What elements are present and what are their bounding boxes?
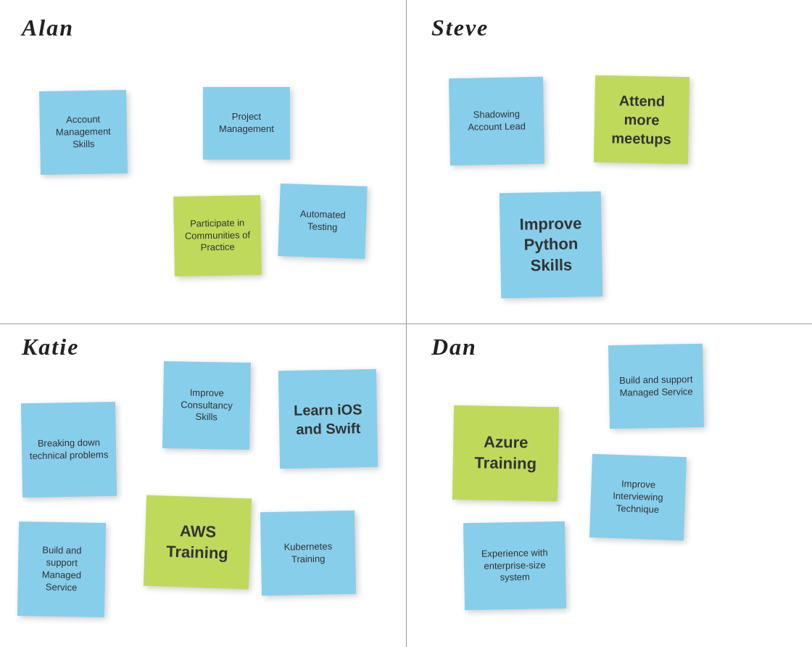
note-account-management[interactable]: Account Management Skills bbox=[39, 90, 128, 175]
note-project-management[interactable]: Project Management bbox=[203, 87, 290, 160]
note-improve-consultancy[interactable]: Improve Consultancy Skills bbox=[162, 361, 251, 450]
note-azure-training[interactable]: Azure Training bbox=[452, 405, 559, 502]
note-improve-interviewing[interactable]: Improve Interviewing Technique bbox=[589, 454, 687, 540]
note-kubernetes-training[interactable]: Kubernetes Training bbox=[260, 511, 356, 596]
steve-label: Steve bbox=[431, 15, 489, 41]
note-aws-training[interactable]: AWS Training bbox=[144, 495, 252, 590]
dan-label: Dan bbox=[431, 334, 477, 360]
note-automated-testing[interactable]: Automated Testing bbox=[278, 184, 367, 259]
note-build-managed-katie[interactable]: Build and support Managed Service bbox=[17, 522, 106, 617]
note-shadowing-account-lead[interactable]: Shadowing Account Lead bbox=[449, 77, 544, 165]
note-breaking-down[interactable]: Breaking down technical problems bbox=[21, 402, 117, 498]
katie-label: Katie bbox=[22, 334, 79, 360]
note-build-managed-dan[interactable]: Build and support Managed Service bbox=[608, 344, 704, 429]
note-participate-communities[interactable]: Participate in Communities of Practice bbox=[173, 195, 262, 276]
main-board: Alan Steve Katie Dan Account Management … bbox=[0, 0, 812, 647]
note-learn-ios[interactable]: Learn iOS and Swift bbox=[278, 369, 378, 469]
note-attend-meetups[interactable]: Attend more meetups bbox=[594, 75, 689, 164]
note-improve-python[interactable]: Improve Python Skills bbox=[500, 191, 603, 298]
vertical-divider bbox=[406, 0, 407, 647]
alan-label: Alan bbox=[22, 15, 74, 41]
note-enterprise-system[interactable]: Experience with enterprise-size system bbox=[463, 522, 566, 610]
